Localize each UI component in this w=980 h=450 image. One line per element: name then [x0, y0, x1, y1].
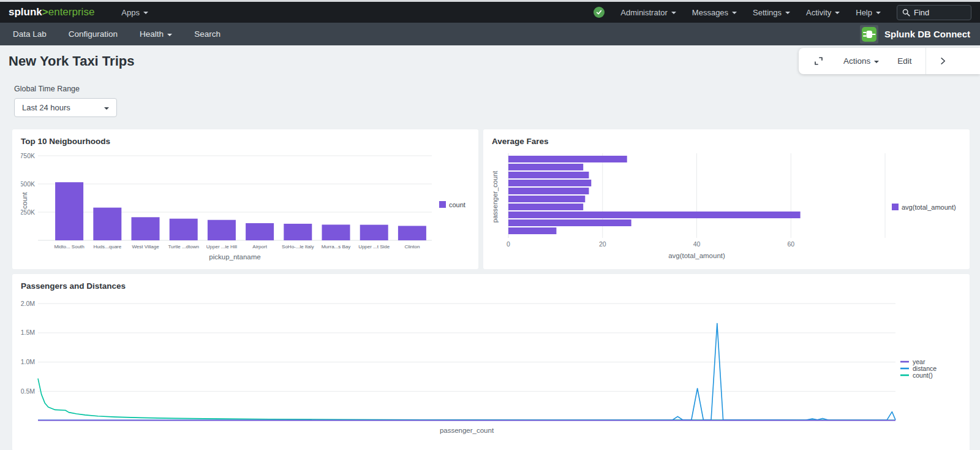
bar[interactable]: [55, 182, 83, 240]
chevron-down-icon: [835, 12, 840, 14]
bar[interactable]: [208, 220, 236, 240]
panel-passengers-distances: Passengers and Distances 0.5M1.0M1.5M2.0…: [12, 274, 970, 450]
nav-item-search[interactable]: Search: [194, 29, 221, 39]
edit-label: Edit: [897, 56, 911, 66]
bar[interactable]: [284, 224, 312, 240]
panel-title: Top 10 Neigbourhoods: [21, 137, 470, 146]
time-range-value: Last 24 hours: [22, 103, 70, 112]
activity-menu[interactable]: Activity: [806, 8, 840, 17]
tick-label: 20: [599, 240, 606, 248]
nav-search-label: Search: [194, 29, 221, 39]
bar[interactable]: [508, 156, 627, 162]
activity-menu-label: Activity: [806, 8, 831, 17]
tick-label: 500K: [21, 180, 35, 188]
app-title: Splunk DB Connect: [884, 29, 970, 39]
bar[interactable]: [508, 204, 583, 210]
expand-icon: [813, 56, 824, 66]
panel-title: Passengers and Distances: [21, 281, 961, 291]
bar[interactable]: [508, 164, 583, 170]
toolbar-divider: [925, 48, 926, 74]
bar[interactable]: [508, 219, 631, 226]
settings-menu-label: Settings: [753, 8, 782, 17]
y-axis-title: count: [21, 193, 28, 209]
nav-item-configuration[interactable]: Configuration: [69, 29, 118, 39]
legend-label: avg(total_amount): [902, 204, 956, 211]
legend-swatch[interactable]: [892, 204, 899, 210]
nav-item-health[interactable]: Health: [140, 29, 172, 39]
search-icon: [902, 9, 910, 17]
help-menu-label: Help: [856, 8, 872, 17]
find-search-input[interactable]: [914, 8, 960, 17]
tick-label: 1.0M: [21, 358, 35, 365]
tick-label: 60: [787, 240, 794, 248]
bar[interactable]: [508, 196, 585, 202]
bar[interactable]: [322, 224, 350, 240]
actions-button[interactable]: Actions: [843, 56, 879, 66]
nav-configuration-label: Configuration: [69, 29, 118, 39]
bar-chart-top10: 250K500K750KMidto... SouthHuds...quareWe…: [21, 148, 470, 266]
chevron-down-icon: [732, 12, 737, 14]
nav-item-data-lab[interactable]: Data Lab: [13, 29, 47, 39]
category-label: Turtle ...dtown: [168, 244, 199, 250]
line-distance[interactable]: [38, 324, 895, 421]
legend-label: count(): [913, 372, 933, 379]
next-chevron-button[interactable]: [938, 56, 948, 66]
health-status-icon[interactable]: [594, 7, 605, 18]
line-count()[interactable]: [38, 378, 895, 420]
bar[interactable]: [132, 217, 160, 240]
category-label: Upper ...t Side: [358, 244, 390, 250]
splunk-logo[interactable]: splunk>enterprise: [9, 6, 94, 18]
logo-gt: >: [42, 6, 48, 18]
category-label: Clinton: [404, 244, 420, 250]
administrator-menu[interactable]: Administrator: [620, 8, 676, 17]
edit-button[interactable]: Edit: [897, 56, 911, 66]
app-navigation-bar: Data Lab Configuration Health Search Spl…: [0, 23, 980, 45]
chevron-down-icon: [785, 12, 790, 14]
bar[interactable]: [508, 188, 589, 194]
bar-chart-average-fares: 0204060avg(total_amount)passenger_counta…: [492, 148, 961, 266]
plug-icon: [861, 26, 877, 42]
tick-label: 750K: [21, 152, 35, 159]
nav-data-lab-label: Data Lab: [13, 29, 47, 39]
top-navigation-bar: splunk>enterprise Apps Administrator Mes…: [0, 2, 980, 23]
category-label: Huds...quare: [93, 244, 121, 250]
panel-top10-neighbourhoods: Top 10 Neigbourhoods 250K500K750KMidto..…: [12, 129, 478, 269]
time-range-label: Global Time Range: [14, 85, 980, 93]
bar[interactable]: [360, 225, 388, 240]
category-label: Murra...s Bay: [322, 244, 351, 250]
bar[interactable]: [508, 172, 589, 178]
line-chart-passengers-distances: 0.5M1.0M1.5M2.0Myeardistancecount()passe…: [21, 293, 961, 441]
db-connect-app-icon[interactable]: [860, 25, 878, 44]
bar[interactable]: [246, 223, 274, 240]
tick-label: 40: [693, 240, 701, 248]
bar[interactable]: [508, 180, 591, 186]
bar[interactable]: [508, 212, 801, 218]
chevron-down-icon: [167, 34, 172, 36]
find-search-box[interactable]: [897, 5, 971, 20]
messages-menu-label: Messages: [692, 8, 728, 17]
logo-product-text: enterprise: [48, 6, 95, 18]
chevron-down-icon: [143, 12, 148, 14]
tick-label: 1.5M: [21, 329, 35, 336]
apps-menu[interactable]: Apps: [121, 8, 148, 17]
help-menu[interactable]: Help: [856, 8, 881, 17]
bar[interactable]: [170, 219, 198, 240]
category-label: Upper ...ie Hill: [206, 244, 237, 250]
actions-label: Actions: [843, 56, 870, 66]
time-range-dropdown[interactable]: Last 24 hours: [14, 98, 117, 117]
tick-label: 0.5M: [21, 387, 35, 395]
chevron-right-icon: [938, 56, 948, 66]
legend-label: count: [449, 201, 466, 208]
bar[interactable]: [93, 208, 121, 240]
settings-menu[interactable]: Settings: [753, 8, 790, 17]
legend-swatch[interactable]: [439, 201, 446, 208]
messages-menu[interactable]: Messages: [692, 8, 737, 17]
nav-health-label: Health: [140, 29, 164, 39]
category-label: Midto... South: [54, 244, 84, 250]
tick-label: 2.0M: [21, 300, 35, 307]
category-label: Airport: [252, 244, 267, 250]
bar[interactable]: [508, 227, 556, 234]
category-label: West Village: [132, 244, 159, 250]
expand-button[interactable]: [813, 56, 824, 66]
bar[interactable]: [398, 226, 426, 240]
